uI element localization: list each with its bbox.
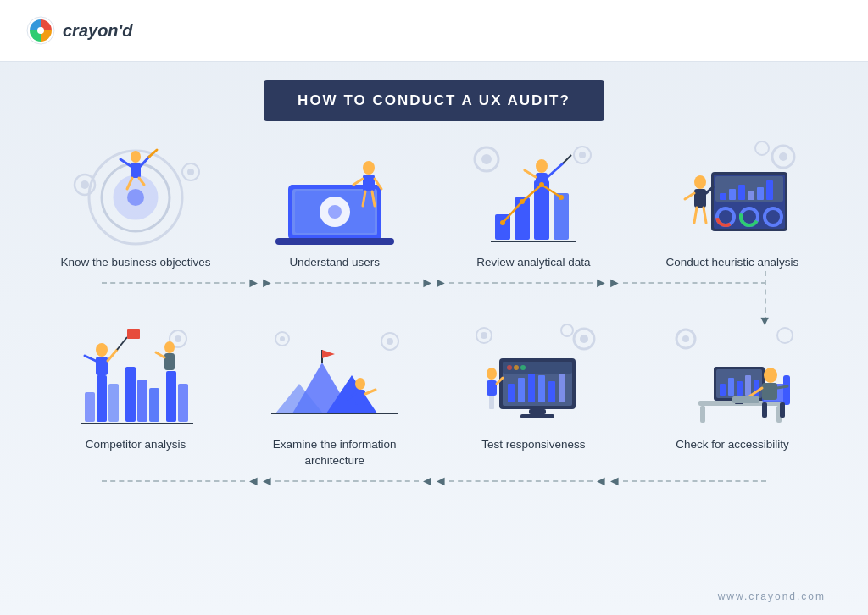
svg-point-131 [682, 335, 689, 342]
svg-rect-54 [729, 189, 736, 200]
row-2: Competitor analysis [51, 320, 817, 469]
row-1: Know the business objectives [51, 138, 817, 271]
step-6: Examine the information architecture [250, 320, 420, 469]
svg-rect-146 [762, 402, 767, 418]
svg-line-69 [704, 208, 706, 223]
step-4-illustration [665, 138, 800, 248]
svg-point-38 [536, 159, 548, 173]
svg-rect-75 [149, 388, 159, 422]
svg-point-87 [164, 341, 175, 353]
svg-rect-53 [720, 193, 726, 200]
svg-rect-117 [503, 362, 572, 374]
logo-container: crayon'd [25, 15, 133, 46]
svg-rect-73 [125, 367, 136, 422]
svg-marker-95 [322, 350, 335, 358]
svg-rect-77 [178, 384, 188, 422]
step-8: Check for accessibility [648, 320, 817, 453]
step-2-label: Understand users [289, 255, 380, 271]
svg-line-82 [108, 350, 117, 361]
svg-point-108 [481, 332, 487, 339]
logo-text: crayon'd [63, 21, 133, 41]
step-1-illustration [68, 138, 203, 248]
svg-point-79 [96, 343, 108, 357]
svg-rect-70 [85, 392, 95, 422]
svg-rect-11 [131, 163, 141, 178]
svg-rect-139 [728, 378, 734, 396]
svg-line-25 [353, 179, 363, 185]
step-8-label: Check for accessibility [676, 437, 789, 453]
svg-rect-114 [538, 375, 545, 402]
arrow-row-2: ►► ►► ►► [51, 469, 817, 493]
svg-rect-112 [518, 378, 525, 402]
step-3-illustration [465, 138, 601, 248]
header: crayon'd [0, 0, 868, 62]
step-7-label: Test responsiveness [481, 437, 585, 453]
arrow-row-1: ►► ►► ►► ▼ [51, 271, 817, 295]
page-background: crayon'd HOW TO CONDUCT A UX AUDIT? [0, 0, 868, 615]
svg-point-46 [559, 195, 564, 200]
svg-point-9 [187, 169, 194, 175]
title-banner: HOW TO CONDUCT A UX AUDIT? [0, 80, 868, 121]
svg-rect-111 [508, 384, 515, 402]
step-1-label: Know the business objectives [60, 255, 210, 271]
svg-rect-121 [529, 409, 546, 414]
svg-point-106 [561, 324, 573, 336]
svg-point-7 [81, 180, 89, 189]
step-3: Review analytical data [448, 138, 618, 271]
step-2: Understand users [250, 138, 420, 271]
svg-rect-122 [520, 414, 554, 418]
svg-rect-140 [737, 381, 743, 396]
svg-rect-58 [766, 180, 773, 200]
svg-rect-19 [275, 238, 394, 245]
svg-point-64 [694, 175, 706, 189]
svg-point-10 [131, 151, 141, 163]
svg-point-101 [387, 338, 393, 345]
svg-point-45 [539, 182, 544, 187]
svg-line-66 [685, 193, 694, 199]
step-7: Test responsiveness [448, 320, 618, 453]
main-content: Know the business objectives [0, 130, 868, 493]
svg-point-49 [755, 141, 769, 155]
svg-rect-128 [487, 380, 497, 396]
svg-rect-56 [748, 191, 754, 200]
svg-rect-74 [137, 380, 147, 422]
svg-point-127 [487, 368, 497, 380]
logo-icon [25, 15, 56, 46]
svg-rect-84 [127, 329, 140, 339]
step-6-label: Examine the information architecture [259, 437, 411, 469]
svg-line-89 [156, 352, 164, 357]
svg-line-98 [365, 390, 376, 394]
svg-rect-88 [164, 353, 175, 370]
svg-rect-152 [732, 396, 760, 403]
svg-rect-76 [166, 371, 176, 422]
svg-line-68 [694, 208, 697, 223]
svg-rect-141 [745, 375, 751, 396]
step-5: Competitor analysis [51, 320, 220, 453]
svg-rect-24 [363, 175, 375, 191]
step-5-illustration [68, 320, 203, 430]
svg-rect-57 [757, 187, 764, 200]
svg-rect-115 [548, 381, 555, 402]
svg-line-151 [777, 386, 787, 388]
svg-point-119 [514, 365, 519, 370]
svg-point-96 [355, 378, 365, 390]
svg-point-120 [520, 365, 526, 370]
svg-rect-145 [783, 375, 790, 405]
svg-rect-113 [528, 369, 535, 402]
svg-point-43 [500, 220, 505, 225]
svg-point-1 [37, 27, 44, 34]
svg-rect-65 [694, 189, 706, 208]
svg-point-118 [507, 365, 512, 370]
svg-rect-72 [108, 384, 119, 422]
svg-rect-134 [700, 406, 705, 423]
svg-point-86 [175, 335, 181, 342]
svg-rect-36 [554, 193, 569, 240]
svg-point-44 [520, 199, 525, 204]
svg-point-103 [280, 336, 285, 341]
svg-point-48 [779, 152, 787, 161]
step-6-illustration [267, 320, 403, 430]
svg-rect-71 [97, 375, 107, 422]
svg-line-40 [525, 170, 536, 177]
svg-point-30 [481, 154, 492, 164]
step-3-label: Review analytical data [476, 255, 590, 271]
